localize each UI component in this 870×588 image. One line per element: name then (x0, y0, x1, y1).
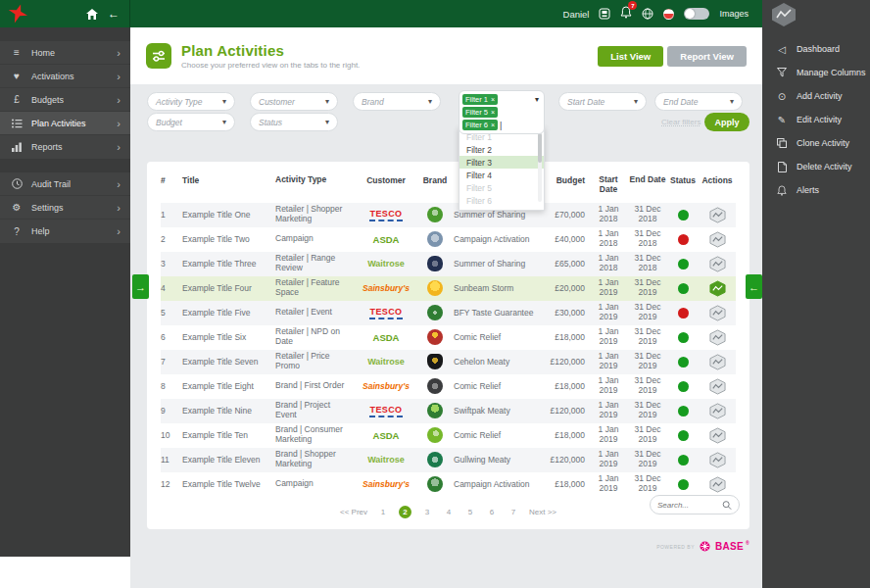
scrollbar-thumb[interactable] (538, 133, 542, 163)
table-row[interactable]: 1 Example Title One Retailer | Shopper M… (161, 203, 736, 227)
notifications-bell[interactable]: 7 (620, 5, 632, 23)
table-row[interactable]: 3 Example Title Three Retailer | Range R… (161, 252, 736, 276)
row-select-arrow-right[interactable]: ← (746, 274, 762, 299)
filter-tag[interactable]: Filter 1× (462, 94, 498, 105)
row-activity-type: Campaign (275, 479, 356, 489)
actions-hexagon-icon[interactable] (708, 207, 727, 223)
action-label: Clone Activity (797, 138, 849, 148)
clock-icon (10, 178, 24, 189)
filter-multiselect[interactable]: ▾ Filter 1× Filter 5× Filter 6× | (459, 90, 545, 134)
col-actions: Actions (699, 175, 736, 185)
activities-table-card: # Title Activity Type Customer Brand Bud… (147, 162, 749, 529)
filter-tag[interactable]: Filter 5× (462, 107, 498, 118)
row-select-arrow-left[interactable]: → (132, 274, 149, 299)
actions-hexagon-icon[interactable] (708, 305, 727, 321)
filter-activity-type[interactable]: Activity Type ▾ (147, 92, 235, 111)
actions-hexagon-icon[interactable] (708, 280, 727, 297)
pagination-prev[interactable]: << Prev (340, 508, 367, 516)
pagination-page[interactable]: 4 (443, 508, 455, 516)
table-row[interactable]: 5 Example Title Five Retailer | Event TE… (161, 301, 736, 325)
remove-tag-icon[interactable]: × (491, 96, 495, 103)
table-row[interactable]: 9 Example Title Nine Brand | Project Eve… (161, 399, 736, 423)
filter-budget[interactable]: Budget ▾ (147, 113, 235, 131)
action-edit-activity[interactable]: ✎ Edit Activity (762, 108, 870, 131)
sidebar-item-home[interactable]: ≡ Home › (0, 41, 130, 65)
dropdown-option[interactable]: Filter 5 (459, 181, 544, 194)
pagination-page[interactable]: 1 (377, 508, 389, 516)
actions-hexagon-icon[interactable] (708, 476, 727, 493)
dropdown-option[interactable]: Filter 6 (459, 194, 544, 207)
actions-hexagon-icon[interactable] (708, 427, 727, 444)
sidebar-item-plan-activities[interactable]: Plan Activities › (0, 112, 130, 135)
images-toggle[interactable] (684, 8, 709, 20)
table-row-selected[interactable]: 4 Example Title Four Retailer | Feature … (161, 276, 736, 301)
filter-start-date[interactable]: Start Date ▾ (558, 92, 647, 111)
actions-hexagon-icon[interactable] (708, 403, 727, 419)
chevron-right-icon: › (117, 202, 121, 214)
search-box[interactable] (650, 495, 740, 514)
action-add-activity[interactable]: ⊙ Add Activity (762, 84, 870, 108)
actions-hexagon-icon[interactable] (708, 329, 727, 346)
user-name[interactable]: Daniel (563, 9, 590, 20)
clear-filters-link[interactable]: Clear filters (661, 118, 701, 126)
row-budget: £40,000 (540, 234, 589, 244)
sidebar-item-audit-trail[interactable]: Audit Trail › (0, 172, 130, 196)
pagination-page[interactable]: 6 (486, 508, 498, 516)
sidebar-item-label: Budgets (31, 95, 64, 105)
id-badge-icon[interactable] (599, 8, 610, 20)
pagination-page[interactable]: 5 (464, 508, 476, 516)
actions-hexagon-icon[interactable] (708, 256, 727, 272)
remove-tag-icon[interactable]: × (491, 109, 495, 116)
back-icon[interactable]: ← (108, 8, 120, 20)
actions-hexagon-icon[interactable] (708, 378, 727, 395)
home-icon[interactable] (86, 9, 98, 20)
action-delete-activity[interactable]: Delete Activity (762, 155, 870, 178)
actions-hexagon-icon[interactable] (708, 231, 727, 248)
pagination-page-active[interactable]: 2 (399, 506, 411, 518)
filter-brand[interactable]: Brand ▾ (353, 92, 441, 111)
action-clone-activity[interactable]: Clone Activity (762, 131, 870, 155)
sidebar-item-settings[interactable]: ⚙ Settings › (0, 196, 130, 220)
row-budget: £120,000 (540, 406, 589, 416)
table-row[interactable]: 10 Example Title Ten Brand | Consumer Ma… (161, 423, 736, 448)
dropdown-option[interactable]: Filter 4 (459, 169, 544, 181)
filter-tag[interactable]: Filter 6× (462, 120, 498, 130)
dropdown-scrollbar[interactable] (538, 131, 542, 202)
search-input[interactable] (657, 501, 722, 510)
caret-down-icon: ▾ (222, 118, 226, 126)
remove-tag-icon[interactable]: × (491, 122, 495, 128)
sidebar-item-activations[interactable]: ♥ Activations › (0, 65, 130, 88)
sidebar-item-reports[interactable]: Reports › (0, 135, 130, 159)
action-alerts[interactable]: Alerts (762, 178, 870, 202)
actions-hexagon-icon[interactable] (708, 354, 727, 370)
filter-status[interactable]: Status ▾ (250, 113, 338, 131)
filter-placeholder: Activity Type (156, 97, 203, 107)
table-row[interactable]: 12 Example Title Twelve Campaign Sainsbu… (161, 472, 736, 497)
report-view-button[interactable]: Report View (667, 46, 747, 67)
globe-icon[interactable] (642, 8, 653, 20)
table-row[interactable]: 2 Example Title Two Campaign ASDA Campai… (161, 227, 736, 252)
dropdown-option[interactable]: Filter 3 (459, 156, 544, 169)
filter-customer[interactable]: Customer ▾ (250, 92, 338, 111)
pagination-page[interactable]: 3 (421, 508, 433, 516)
sidebar-item-help[interactable]: ? Help › (0, 220, 130, 243)
brand-logo (427, 231, 443, 247)
table-row[interactable]: 11 Example Title Eleven Brand | Shopper … (161, 448, 736, 472)
dropdown-option[interactable]: Filter 2 (459, 143, 544, 156)
row-title: Example Title Ten (182, 430, 275, 440)
pagination-next[interactable]: Next >> (529, 508, 556, 516)
language-flag-icon[interactable] (663, 9, 674, 20)
list-view-button[interactable]: List View (598, 46, 663, 67)
apply-button[interactable]: Apply (704, 113, 749, 131)
avatar-hexagon-icon[interactable] (770, 2, 798, 27)
table-row[interactable]: 8 Example Title Eight Brand | First Orde… (161, 374, 736, 399)
filter-end-date[interactable]: End Date ▾ (654, 92, 743, 111)
action-dashboard[interactable]: ◁ Dashboard (762, 37, 870, 61)
table-row[interactable]: 6 Example Title Six Retailer | NPD on Da… (161, 325, 736, 350)
actions-hexagon-icon[interactable] (708, 452, 727, 468)
table-row[interactable]: 7 Example Title Seven Retailer | Price P… (161, 350, 736, 374)
action-manage-columns[interactable]: Manage Columns (762, 61, 870, 84)
filter-placeholder: Start Date (567, 97, 604, 107)
sidebar-item-budgets[interactable]: £ Budgets › (0, 88, 130, 112)
pagination-page[interactable]: 7 (508, 508, 519, 516)
